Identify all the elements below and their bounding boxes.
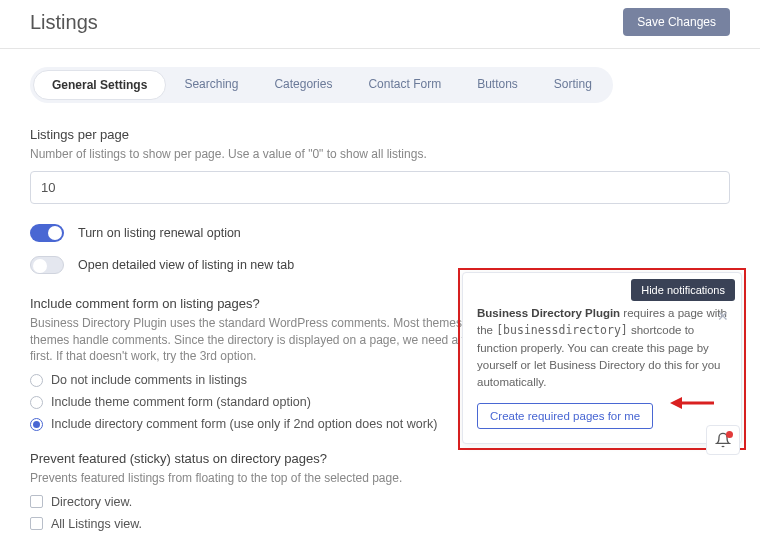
hide-notifications-button[interactable]: Hide notifications	[631, 279, 735, 301]
sticky-checkbox-label-0: Directory view.	[51, 495, 132, 509]
comment-radio-1[interactable]	[30, 396, 43, 409]
tab-contact-form[interactable]: Contact Form	[350, 70, 459, 100]
comment-radio-0[interactable]	[30, 374, 43, 387]
close-icon[interactable]: ✕	[717, 309, 731, 323]
tabs: General SettingsSearchingCategoriesConta…	[30, 67, 613, 103]
notification-shortcode: [businessdirectory]	[496, 323, 628, 337]
page-title: Listings	[30, 11, 98, 34]
tab-general-settings[interactable]: General Settings	[33, 70, 166, 100]
renewal-toggle-label: Turn on listing renewal option	[78, 226, 241, 240]
tab-sorting[interactable]: Sorting	[536, 70, 610, 100]
sticky-label: Prevent featured (sticky) status on dire…	[30, 451, 730, 466]
listings-per-page-input[interactable]	[30, 171, 730, 204]
tab-categories[interactable]: Categories	[256, 70, 350, 100]
save-button[interactable]: Save Changes	[623, 8, 730, 36]
comment-radio-2[interactable]	[30, 418, 43, 431]
create-pages-button[interactable]: Create required pages for me	[477, 403, 653, 429]
notifications-bell-button[interactable]	[706, 425, 740, 455]
comment-radio-label-2: Include directory comment form (use only…	[51, 417, 437, 431]
sticky-checkbox-0[interactable]	[30, 495, 43, 508]
sticky-checkbox-label-1: All Listings view.	[51, 517, 142, 531]
notification-dot	[726, 431, 733, 438]
comment-radio-label-1: Include theme comment form (standard opt…	[51, 395, 311, 409]
listings-per-page-label: Listings per page	[30, 127, 730, 142]
notification-card: Hide notifications ✕ Business Directory …	[462, 272, 742, 444]
new-tab-toggle-label: Open detailed view of listing in new tab	[78, 258, 294, 272]
notification-plugin-name: Business Directory Plugin	[477, 307, 620, 319]
listings-per-page-desc: Number of listings to show per page. Use…	[30, 146, 730, 163]
notification-text: Business Directory Plugin requires a pag…	[477, 305, 727, 391]
renewal-toggle[interactable]	[30, 224, 64, 242]
new-tab-toggle[interactable]	[30, 256, 64, 274]
tab-buttons[interactable]: Buttons	[459, 70, 536, 100]
tab-searching[interactable]: Searching	[166, 70, 256, 100]
comment-radio-label-0: Do not include comments in listings	[51, 373, 247, 387]
sticky-checkbox-1[interactable]	[30, 517, 43, 530]
sticky-desc: Prevents featured listings from floating…	[30, 470, 730, 487]
